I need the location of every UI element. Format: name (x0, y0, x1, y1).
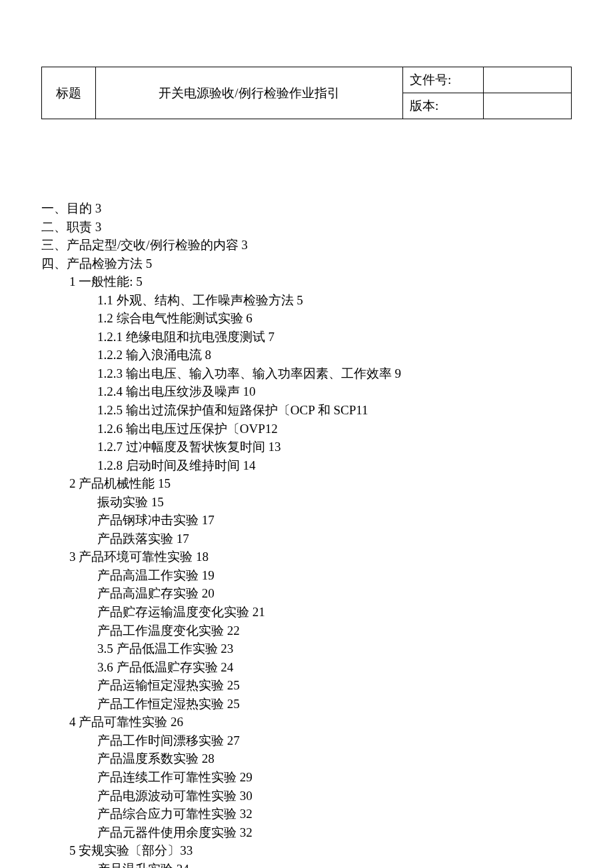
toc-item: 3.6 产品低温贮存实验 24 (97, 658, 572, 677)
toc-item: 产品工作恒定湿热实验 25 (97, 695, 572, 713)
toc-item-text: 1.2.1 绝缘电阻和抗电强度测试 7 (97, 330, 275, 344)
table-of-contents: 一、目的 3二、职责 3三、产品定型/交收/例行检验的内容 3四、产品检验方法 … (41, 199, 572, 868)
toc-item-text: 1.2.4 输出电压纹涉及噪声 10 (97, 384, 256, 398)
toc-item-text: 3.6 产品低温贮存实验 24 (97, 660, 233, 674)
toc-item: 4 产品可靠性实验 26 (69, 713, 572, 731)
toc-item-text: 产品运输恒定湿热实验 25 (97, 678, 240, 692)
toc-item: 1.2.3 输出电压、输入功率、输入功率因素、工作效率 9 (97, 364, 572, 383)
toc-item-text: 1.2.2 输入浪涌电流 8 (97, 348, 211, 362)
toc-item-text: 产品钢球冲击实验 17 (97, 513, 215, 527)
toc-item-text: 3.5 产品低温工作实验 23 (97, 642, 233, 655)
toc-item-text: 1.1 外观、结构、工作噪声检验方法 5 (97, 293, 303, 307)
toc-item-text: 四、产品检验方法 5 (41, 256, 152, 270)
toc-item: 二、职责 3 (41, 218, 572, 236)
toc-item-text: 产品贮存运输温度变化实验 21 (97, 605, 265, 619)
toc-item-text: 1.2.6 输出电压过压保护〔OVP12 (97, 422, 278, 436)
toc-item: 一、目的 3 (41, 199, 572, 218)
version-label-cell: 版本: (403, 93, 484, 119)
toc-item: 1.1 外观、结构、工作噪声检验方法 5 (97, 291, 572, 310)
toc-item-text: 产品电源波动可靠性实验 30 (97, 789, 253, 803)
toc-item-text: 5 安规实验〔部分〕33 (69, 843, 193, 857)
toc-item: 产品温升实验 34 (97, 860, 572, 868)
toc-item: 2 产品机械性能 15 (69, 474, 572, 493)
toc-item: 1.2.8 启动时间及维持时间 14 (97, 456, 572, 475)
toc-item-text: 4 产品可靠性实验 26 (69, 715, 183, 729)
title-label-cell: 标题 (42, 67, 96, 119)
toc-item: 5 安规实验〔部分〕33 (69, 841, 572, 860)
toc-item: 产品高温工作实验 19 (97, 566, 572, 585)
toc-item-text: 产品高温工作实验 19 (97, 568, 215, 582)
toc-item-text: 产品工作温度变化实验 22 (97, 624, 240, 638)
doc-title-cell: 开关电源验收/例行检验作业指引 (96, 67, 403, 119)
toc-item: 四、产品检验方法 5 (41, 254, 572, 273)
toc-item: 1.2.4 输出电压纹涉及噪声 10 (97, 382, 572, 401)
toc-item-text: 产品温度系数实验 28 (97, 751, 215, 765)
toc-item-text: 1.2.8 启动时间及维持时间 14 (97, 458, 256, 472)
toc-item: 1.2.1 绝缘电阻和抗电强度测试 7 (97, 328, 572, 346)
title-label: 标题 (56, 86, 81, 100)
toc-item: 1.2.6 输出电压过压保护〔OVP12 (97, 420, 572, 438)
document-page: 标题 开关电源验收/例行检验作业指引 文件号: 版本: 一、目的 3二、职责 3… (0, 0, 613, 868)
toc-item-text: 1.2.7 过冲幅度及暂状恢复时间 13 (97, 440, 281, 454)
toc-item: 产品温度系数实验 28 (97, 749, 572, 768)
toc-item-text: 产品工作恒定湿热实验 25 (97, 697, 240, 711)
toc-item: 1.2.7 过冲幅度及暂状恢复时间 13 (97, 438, 572, 456)
toc-item-text: 二、职责 3 (41, 220, 101, 234)
doc-no-label: 文件号: (410, 73, 451, 87)
toc-item-text: 2 产品机械性能 15 (69, 476, 171, 490)
toc-item-text: 产品元器件使用余度实验 32 (97, 825, 253, 839)
toc-item-text: 产品跌落实验 17 (97, 532, 189, 546)
toc-item-text: 1.2.5 输出过流保护值和短路保护〔OCP 和 SCP11 (97, 403, 368, 417)
toc-item-text: 3 产品环境可靠性实验 18 (69, 550, 209, 564)
toc-item: 产品元器件使用余度实验 32 (97, 823, 572, 842)
doc-no-label-cell: 文件号: (403, 67, 484, 93)
toc-item: 3.5 产品低温工作实验 23 (97, 640, 572, 658)
toc-item: 1 一般性能: 5 (69, 272, 572, 291)
toc-item: 产品钢球冲击实验 17 (97, 511, 572, 530)
toc-item: 振动实验 15 (97, 493, 572, 512)
toc-item: 产品电源波动可靠性实验 30 (97, 787, 572, 805)
toc-item: 3 产品环境可靠性实验 18 (69, 548, 572, 566)
toc-item-text: 1.2.3 输出电压、输入功率、输入功率因素、工作效率 9 (97, 366, 401, 380)
toc-item: 产品工作时间漂移实验 27 (97, 731, 572, 750)
doc-title: 开关电源验收/例行检验作业指引 (159, 86, 339, 100)
version-value-cell (484, 93, 572, 119)
toc-item-text: 产品高温贮存实验 20 (97, 586, 215, 600)
toc-item-text: 产品工作时间漂移实验 27 (97, 733, 240, 747)
doc-no-value-cell (484, 67, 572, 93)
toc-item: 1.2.2 输入浪涌电流 8 (97, 346, 572, 364)
toc-item: 产品综合应力可靠性实验 32 (97, 805, 572, 823)
toc-item: 产品连续工作可靠性实验 29 (97, 768, 572, 787)
toc-item-text: 产品温升实验 34 (97, 862, 189, 868)
toc-item: 产品贮存运输温度变化实验 21 (97, 603, 572, 622)
toc-item: 产品运输恒定湿热实验 25 (97, 676, 572, 695)
header-table: 标题 开关电源验收/例行检验作业指引 文件号: 版本: (41, 67, 572, 119)
toc-item-text: 一、目的 3 (41, 201, 101, 215)
toc-item-text: 振动实验 15 (97, 495, 164, 509)
toc-item: 1.2 综合电气性能测试实验 6 (97, 309, 572, 328)
toc-item-text: 产品连续工作可靠性实验 29 (97, 770, 253, 784)
version-label: 版本: (410, 99, 438, 113)
toc-item-text: 1 一般性能: 5 (69, 274, 143, 288)
toc-item: 三、产品定型/交收/例行检验的内容 3 (41, 236, 572, 254)
toc-item-text: 1.2 综合电气性能测试实验 6 (97, 311, 253, 325)
toc-item-text: 产品综合应力可靠性实验 32 (97, 807, 253, 821)
toc-item: 产品高温贮存实验 20 (97, 584, 572, 603)
toc-item-text: 三、产品定型/交收/例行检验的内容 3 (41, 238, 248, 252)
toc-item: 产品跌落实验 17 (97, 530, 572, 548)
toc-item: 产品工作温度变化实验 22 (97, 622, 572, 640)
toc-item: 1.2.5 输出过流保护值和短路保护〔OCP 和 SCP11 (97, 401, 572, 420)
